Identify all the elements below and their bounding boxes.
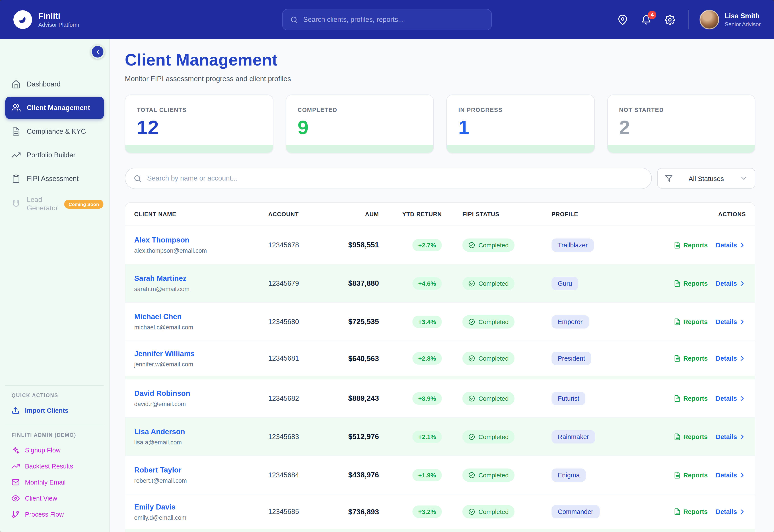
check-circle-icon bbox=[468, 280, 475, 287]
stat-value: 12 bbox=[137, 118, 261, 137]
sidebar: Dashboard Client Management Compliance &… bbox=[0, 39, 110, 532]
admin-item-label: Client View bbox=[25, 495, 57, 502]
global-search[interactable] bbox=[282, 9, 492, 30]
fipi-status-badge: Completed bbox=[462, 505, 514, 518]
ytd-return-badge: +2.7% bbox=[412, 239, 442, 251]
admin-item-process-flow[interactable]: Process Flow bbox=[5, 506, 104, 522]
details-label: Details bbox=[716, 280, 737, 287]
reports-link[interactable]: Reports bbox=[673, 395, 708, 402]
client-name-link[interactable]: Michael Chen bbox=[134, 312, 182, 321]
client-email: sarah.m@email.com bbox=[134, 286, 259, 292]
status-label: Completed bbox=[478, 355, 508, 362]
client-search-input[interactable] bbox=[147, 174, 643, 182]
col-ytd-return: YTD RETURN bbox=[383, 211, 446, 218]
details-link[interactable]: Details bbox=[716, 471, 746, 479]
client-name-link[interactable]: Jennifer Williams bbox=[134, 349, 195, 358]
details-link[interactable]: Details bbox=[716, 433, 746, 440]
ytd-return-badge: +4.6% bbox=[412, 277, 442, 290]
reports-link[interactable]: Reports bbox=[673, 280, 708, 287]
reports-link[interactable]: Reports bbox=[673, 355, 708, 362]
admin-item-label: Process Flow bbox=[25, 511, 64, 518]
account-number: 12345681 bbox=[264, 354, 327, 362]
reports-link[interactable]: Reports bbox=[673, 471, 708, 479]
admin-item-monthly-email[interactable]: Monthly Email bbox=[5, 474, 104, 490]
reports-link[interactable]: Reports bbox=[673, 318, 708, 325]
client-name-link[interactable]: Lisa Anderson bbox=[134, 427, 185, 436]
actions-cell: Reports Details bbox=[629, 241, 755, 249]
details-label: Details bbox=[716, 355, 737, 362]
stat-value: 2 bbox=[619, 118, 743, 137]
details-link[interactable]: Details bbox=[716, 508, 746, 515]
client-name-link[interactable]: David Robinson bbox=[134, 389, 190, 398]
filter-funnel-icon bbox=[665, 174, 673, 182]
reports-link[interactable]: Reports bbox=[673, 508, 708, 515]
reports-link[interactable]: Reports bbox=[673, 241, 708, 249]
stat-strip bbox=[286, 145, 433, 153]
table-row: Lisa Anderson lisa.a@email.com 12345683 … bbox=[125, 418, 755, 456]
import-clients-button[interactable]: Import Clients bbox=[5, 403, 104, 419]
brand: Finliti Advisor Platform bbox=[13, 10, 79, 29]
details-link[interactable]: Details bbox=[716, 355, 746, 362]
user-menu[interactable]: Lisa Smith Senior Advisor bbox=[689, 10, 761, 29]
sidebar-item-fipi-assessment[interactable]: FIPI Assessment bbox=[5, 168, 104, 190]
aum-value: $889,243 bbox=[327, 394, 383, 403]
notification-badge: 4 bbox=[648, 10, 657, 19]
reports-label: Reports bbox=[683, 395, 708, 402]
sidebar-item-compliance-kyc[interactable]: Compliance & KYC bbox=[5, 120, 104, 143]
admin-item-client-view[interactable]: Client View bbox=[5, 490, 104, 506]
profile-badge: Guru bbox=[552, 277, 578, 290]
check-circle-icon bbox=[468, 241, 475, 249]
file-text-icon bbox=[673, 241, 681, 249]
client-name-link[interactable]: Alex Thompson bbox=[134, 236, 189, 244]
client-cell: Michael Chen michael.c@email.com bbox=[125, 312, 264, 331]
client-cell: Sarah Martinez sarah.m@email.com bbox=[125, 274, 264, 292]
client-search[interactable] bbox=[125, 168, 652, 189]
profile-cell: Enigma bbox=[547, 468, 629, 482]
chevron-right-icon bbox=[739, 395, 746, 402]
client-name-link[interactable]: Sarah Martinez bbox=[134, 274, 187, 283]
details-link[interactable]: Details bbox=[716, 241, 746, 249]
sidebar-item-label: Lead Generator bbox=[27, 196, 58, 212]
profile-cell: Commander bbox=[547, 505, 629, 518]
check-circle-icon bbox=[468, 433, 475, 440]
table-row: Sarah Martinez sarah.m@email.com 1234567… bbox=[125, 264, 755, 303]
client-name-link[interactable]: Robert Taylor bbox=[134, 466, 181, 474]
check-circle-icon bbox=[468, 508, 475, 515]
status-filter-dropdown[interactable]: All Statuses bbox=[657, 168, 755, 189]
client-cell: Alex Thompson alex.thompson@email.com bbox=[125, 236, 264, 254]
location-pin-icon[interactable] bbox=[618, 14, 628, 25]
fipi-status-badge: Completed bbox=[462, 430, 514, 443]
user-info: Lisa Smith Senior Advisor bbox=[725, 12, 761, 27]
global-search-input[interactable] bbox=[303, 16, 484, 24]
sidebar-item-dashboard[interactable]: Dashboard bbox=[5, 73, 104, 95]
notifications-bell-icon[interactable]: 4 bbox=[641, 14, 652, 25]
aum-value: $837,880 bbox=[327, 279, 383, 288]
avatar[interactable] bbox=[700, 10, 719, 29]
ytd-cell: +2.7% bbox=[383, 239, 446, 251]
status-label: Completed bbox=[478, 471, 508, 479]
col-aum: AUM bbox=[327, 211, 383, 218]
details-link[interactable]: Details bbox=[716, 395, 746, 402]
admin-item-backtest-results[interactable]: Backtest Results bbox=[5, 458, 104, 474]
admin-item-signup-flow[interactable]: Signup Flow bbox=[5, 442, 104, 458]
topbar-actions: 4 Lisa Smith Senior Advisor bbox=[618, 10, 761, 29]
file-text-icon bbox=[673, 280, 681, 287]
ytd-return-badge: +1.9% bbox=[412, 469, 442, 481]
table-row: Jennifer Williams jennifer.w@email.com 1… bbox=[125, 341, 755, 379]
settings-gear-icon[interactable] bbox=[665, 14, 675, 25]
status-label: Completed bbox=[478, 318, 508, 325]
clients-table: CLIENT NAME ACCOUNT AUM YTD RETURN FIPI … bbox=[125, 202, 755, 532]
details-link[interactable]: Details bbox=[716, 318, 746, 325]
ytd-cell: +3.9% bbox=[383, 392, 446, 405]
sidebar-item-client-management[interactable]: Client Management bbox=[5, 97, 104, 119]
stat-value: 1 bbox=[458, 118, 583, 137]
details-link[interactable]: Details bbox=[716, 280, 746, 287]
sidebar-collapse-button[interactable] bbox=[91, 45, 105, 59]
reports-link[interactable]: Reports bbox=[673, 433, 708, 440]
sidebar-item-portfolio-builder[interactable]: Portfolio Builder bbox=[5, 144, 104, 166]
client-name-link[interactable]: Emily Davis bbox=[134, 503, 175, 511]
finliti-logo-icon bbox=[13, 10, 32, 29]
details-label: Details bbox=[716, 433, 737, 440]
status-label: Completed bbox=[478, 395, 508, 402]
ytd-cell: +3.4% bbox=[383, 315, 446, 328]
